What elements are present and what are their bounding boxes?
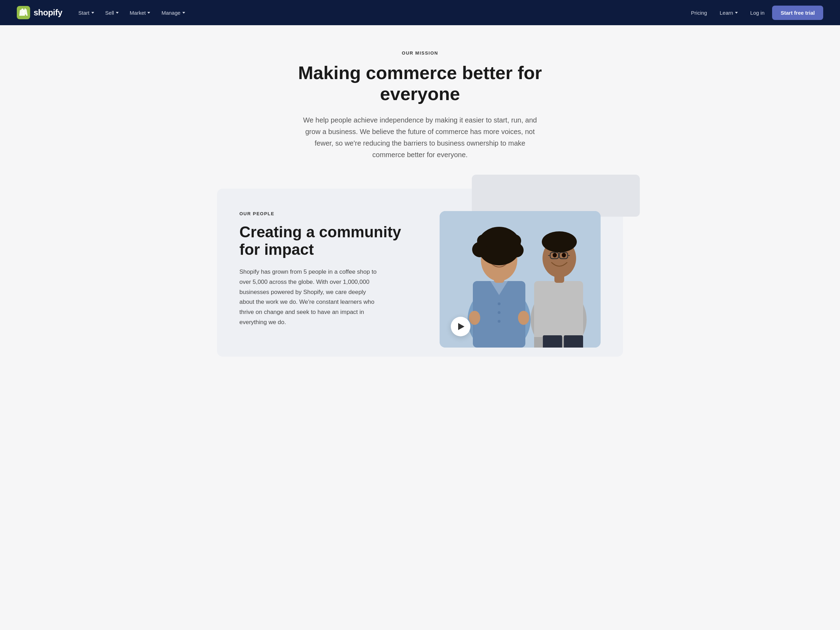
chevron-down-icon [92, 12, 94, 14]
svg-rect-36 [543, 335, 562, 347]
hero-section-label: OUR MISSION [17, 51, 823, 56]
start-free-trial-button[interactable]: Start free trial [772, 6, 823, 20]
svg-point-8 [498, 320, 501, 323]
hero-description: We help people achieve independence by m… [301, 114, 539, 161]
chevron-down-icon [735, 12, 738, 14]
play-icon [458, 323, 464, 330]
logo-text: shopify [33, 8, 62, 17]
nav-pricing[interactable]: Pricing [686, 7, 712, 19]
people-description: Shopify has grown from 5 people in a cof… [239, 267, 379, 328]
navbar: shopify Start Sell Market Manage Pricing… [0, 0, 840, 25]
svg-point-22 [518, 311, 529, 325]
svg-point-7 [498, 311, 501, 314]
nav-links-right: Pricing Learn Log in Start free trial [686, 6, 823, 20]
shopify-logo-icon [17, 6, 30, 19]
nav-links-left: Start Sell Market Manage [74, 7, 686, 19]
chevron-down-icon [147, 12, 150, 14]
nav-start[interactable]: Start [74, 7, 99, 19]
decorative-bg-box [472, 175, 640, 217]
svg-point-20 [510, 243, 524, 257]
svg-point-29 [562, 253, 566, 257]
people-image [440, 211, 601, 347]
chevron-down-icon [116, 12, 118, 14]
svg-point-28 [553, 253, 557, 257]
svg-point-21 [469, 311, 480, 325]
hero-title: Making commerce better for everyone [287, 63, 553, 105]
people-content: OUR PEOPLE Creating a community for impa… [239, 211, 420, 351]
people-image-wrapper [420, 211, 601, 347]
people-section-wrapper: OUR PEOPLE Creating a community for impa… [0, 189, 840, 385]
hero-section: OUR MISSION Making commerce better for e… [0, 25, 840, 189]
nav-manage[interactable]: Manage [156, 7, 190, 19]
people-card: OUR PEOPLE Creating a community for impa… [217, 189, 623, 357]
nav-sell[interactable]: Sell [101, 7, 123, 19]
people-title: Creating a community for impact [239, 223, 420, 259]
nav-learn[interactable]: Learn [715, 7, 742, 19]
play-button[interactable] [451, 317, 471, 336]
nav-market[interactable]: Market [125, 7, 155, 19]
svg-point-6 [498, 302, 501, 305]
nav-login[interactable]: Log in [745, 7, 770, 19]
svg-rect-37 [564, 335, 583, 347]
chevron-down-icon [182, 12, 185, 14]
people-section-label: OUR PEOPLE [239, 211, 420, 216]
svg-point-35 [542, 231, 577, 253]
logo[interactable]: shopify [17, 6, 62, 19]
